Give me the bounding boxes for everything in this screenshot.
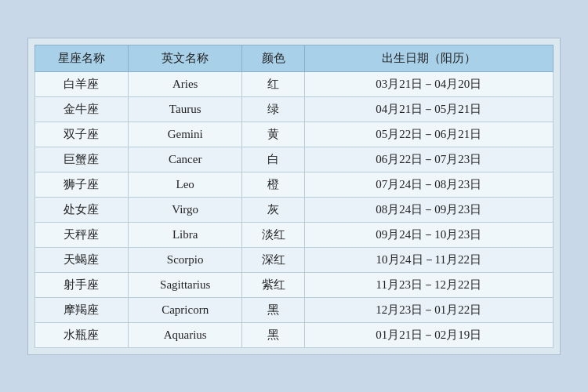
cell-english: Sagittarius (128, 272, 241, 297)
cell-color: 黑 (242, 297, 304, 322)
cell-chinese: 水瓶座 (35, 322, 129, 347)
table-row: 巨蟹座Cancer白06月22日－07月23日 (35, 147, 554, 172)
table-row: 天秤座Libra淡红09月24日－10月23日 (35, 222, 554, 247)
cell-date: 11月23日－12月22日 (304, 272, 553, 297)
cell-color: 红 (242, 71, 304, 96)
table-row: 双子座Gemini黄05月22日－06月21日 (35, 122, 554, 147)
cell-chinese: 摩羯座 (35, 297, 129, 322)
cell-english: Gemini (128, 122, 241, 147)
table-row: 天蝎座Scorpio深红10月24日－11月22日 (35, 247, 554, 272)
cell-color: 黑 (242, 322, 304, 347)
cell-chinese: 白羊座 (35, 71, 129, 96)
cell-date: 05月22日－06月21日 (304, 122, 553, 147)
zodiac-table-container: 星座名称 英文名称 颜色 出生日期（阳历） 白羊座Aries红03月21日－04… (27, 38, 561, 355)
cell-english: Aquarius (128, 322, 241, 347)
cell-chinese: 处女座 (35, 197, 129, 222)
cell-chinese: 巨蟹座 (35, 147, 129, 172)
cell-chinese: 狮子座 (35, 172, 129, 197)
cell-date: 12月23日－01月22日 (304, 297, 553, 322)
cell-english: Cancer (128, 147, 241, 172)
table-row: 金牛座Taurus绿04月21日－05月21日 (35, 96, 554, 122)
header-date: 出生日期（阳历） (304, 45, 553, 71)
table-row: 射手座Sagittarius紫红11月23日－12月22日 (35, 272, 554, 297)
cell-date: 08月24日－09月23日 (304, 197, 553, 222)
cell-chinese: 金牛座 (35, 96, 129, 122)
cell-english: Taurus (128, 96, 241, 122)
cell-english: Capricorn (128, 297, 241, 322)
cell-color: 淡红 (242, 222, 304, 247)
cell-date: 04月21日－05月21日 (304, 96, 553, 122)
cell-date: 01月21日－02月19日 (304, 322, 553, 347)
cell-english: Leo (128, 172, 241, 197)
header-english: 英文名称 (128, 45, 241, 71)
header-color: 颜色 (242, 45, 304, 71)
table-row: 摩羯座Capricorn黑12月23日－01月22日 (35, 297, 554, 322)
cell-color: 绿 (242, 96, 304, 122)
cell-english: Aries (128, 71, 241, 96)
cell-color: 黄 (242, 122, 304, 147)
header-chinese: 星座名称 (35, 45, 129, 71)
cell-date: 07月24日－08月23日 (304, 172, 553, 197)
cell-color: 深红 (242, 247, 304, 272)
cell-color: 灰 (242, 197, 304, 222)
cell-chinese: 射手座 (35, 272, 129, 297)
cell-date: 10月24日－11月22日 (304, 247, 553, 272)
cell-color: 紫红 (242, 272, 304, 297)
cell-date: 03月21日－04月20日 (304, 71, 553, 96)
zodiac-table: 星座名称 英文名称 颜色 出生日期（阳历） 白羊座Aries红03月21日－04… (34, 45, 554, 348)
table-row: 白羊座Aries红03月21日－04月20日 (35, 71, 554, 96)
cell-english: Virgo (128, 197, 241, 222)
table-row: 处女座Virgo灰08月24日－09月23日 (35, 197, 554, 222)
cell-date: 09月24日－10月23日 (304, 222, 553, 247)
cell-chinese: 天秤座 (35, 222, 129, 247)
table-row: 狮子座Leo橙07月24日－08月23日 (35, 172, 554, 197)
cell-english: Scorpio (128, 247, 241, 272)
cell-chinese: 双子座 (35, 122, 129, 147)
cell-chinese: 天蝎座 (35, 247, 129, 272)
table-row: 水瓶座Aquarius黑01月21日－02月19日 (35, 322, 554, 347)
cell-date: 06月22日－07月23日 (304, 147, 553, 172)
cell-color: 橙 (242, 172, 304, 197)
cell-english: Libra (128, 222, 241, 247)
table-header-row: 星座名称 英文名称 颜色 出生日期（阳历） (35, 45, 554, 71)
cell-color: 白 (242, 147, 304, 172)
